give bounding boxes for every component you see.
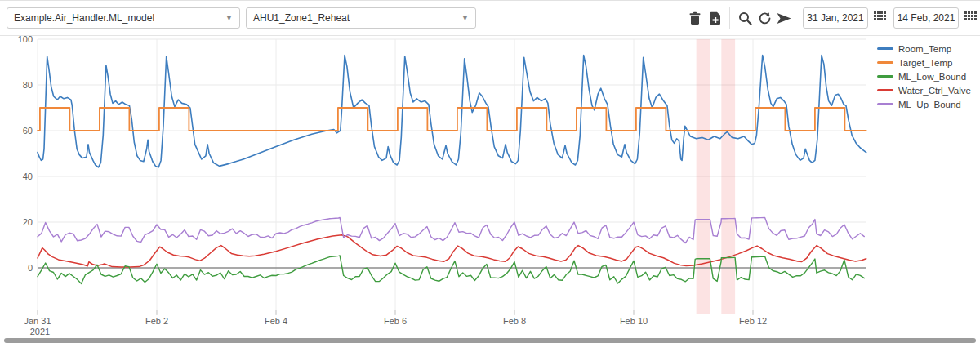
date-grid-icon[interactable] [874,11,888,24]
legend-label: ML_Up_Bound [898,100,961,109]
legend-item-room-temp[interactable]: Room_Temp [877,42,971,56]
start-date-value: 31 Jan, 2021 [807,12,863,24]
refresh-button[interactable] [754,8,775,28]
x-tick-label: Jan 31 [24,316,51,326]
timeseries-chart[interactable]: 020406080100Jan 312021Feb 2Feb 4Feb 6Feb… [0,1,980,343]
run-send-button[interactable] [773,8,795,28]
legend-swatch [877,75,893,78]
series-line-water_ctrl_valve[interactable] [38,235,866,267]
series-line-room_temp[interactable] [38,56,866,167]
legend-item-ml-up-bound[interactable]: ML_Up_Bound [877,97,971,111]
legend-item-water-ctrl-valve[interactable]: Water_Ctrl_Valve [877,83,971,97]
send-icon [776,11,792,25]
zoom-search-button[interactable] [734,8,755,28]
legend-swatch [877,103,893,105]
toolbar: Example.Air_Handler.ML_model ▼ AHU1_Zone… [0,1,980,36]
series-line-ml_low_bound[interactable] [38,256,864,284]
x-tick-label: Feb 12 [739,316,767,326]
point-select-dropdown[interactable]: AHU1_Zone1_Reheat ▼ [246,7,476,29]
legend-item-ml-low-bound[interactable]: ML_Low_Bound [877,69,971,83]
search-icon [738,11,752,25]
point-select-value: AHU1_Zone1_Reheat [253,12,350,24]
app-window: { "toolbar": { "model_select": "Example.… [0,0,980,343]
date-grid-icon[interactable] [964,11,978,24]
legend-swatch [877,89,893,91]
y-tick-label: 80 [23,80,33,90]
model-select-value: Example.Air_Handler.ML_model [14,12,154,24]
y-tick-label: 60 [23,126,33,136]
toolbar-separator [795,7,795,29]
chevron-down-icon: ▼ [461,14,469,22]
anomaly-highlight-band [697,39,710,314]
add-record-icon [709,11,722,25]
legend-label: Target_Temp [898,58,952,68]
horizontal-scrollbar[interactable] [4,338,976,343]
anomaly-highlight-band [721,39,735,314]
model-select-dropdown[interactable]: Example.Air_Handler.ML_model ▼ [7,7,240,29]
series-line-ml_up_bound[interactable] [38,217,864,243]
x-tick-sublabel: 2021 [30,327,50,336]
legend-swatch [877,61,893,64]
chevron-down-icon: ▼ [225,14,233,22]
legend-label: Room_Temp [898,44,951,54]
delete-button[interactable] [684,8,706,28]
x-tick-label: Feb 6 [384,316,407,326]
x-tick-label: Feb 4 [265,316,287,326]
legend-item-target-temp[interactable]: Target_Temp [877,56,971,69]
chart-legend: Room_Temp Target_Temp ML_Low_Bound Water… [877,42,971,111]
legend-label: ML_Low_Bound [898,72,966,82]
series-line-target_temp[interactable] [38,108,866,131]
add-record-button[interactable] [705,8,726,28]
x-tick-label: Feb 10 [620,316,648,326]
toolbar-separator [729,7,730,29]
trash-icon [688,11,702,25]
end-date-input[interactable]: 14 Feb, 2021 [893,7,959,29]
refresh-icon [758,11,772,25]
y-tick-label: 0 [28,263,33,273]
x-tick-label: Feb 2 [145,316,168,326]
legend-label: Water_Ctrl_Valve [898,86,971,96]
end-date-value: 14 Feb, 2021 [898,12,956,24]
start-date-input[interactable]: 31 Jan, 2021 [803,7,868,29]
legend-swatch [877,47,893,50]
y-tick-label: 40 [23,172,33,181]
x-tick-label: Feb 8 [503,316,526,326]
y-tick-label: 20 [23,217,33,227]
